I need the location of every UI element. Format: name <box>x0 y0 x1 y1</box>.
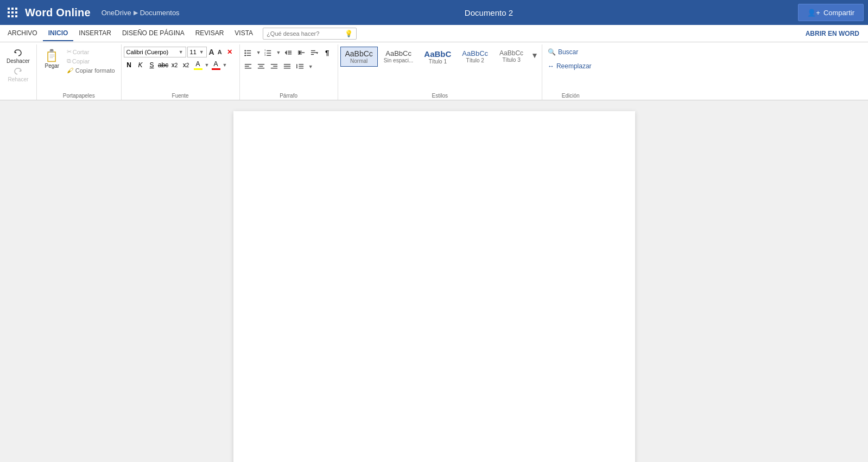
document-area <box>0 100 868 462</box>
style-normal-label: Normal <box>350 58 368 64</box>
menu-revisar[interactable]: REVISAR <box>190 26 230 41</box>
strikethrough-button[interactable]: abc <box>158 60 169 70</box>
font-size-value: 11 <box>190 49 197 55</box>
superscript-button[interactable]: x2 <box>181 60 192 70</box>
format-paint-button[interactable]: 🖌 Copiar formato <box>65 66 117 75</box>
menu-inicio[interactable]: INICIO <box>43 26 74 41</box>
style-titulo2[interactable]: AaBbCc Título 2 <box>457 47 493 66</box>
redo-button[interactable]: Rehacer <box>4 66 32 84</box>
menu-vista[interactable]: VISTA <box>229 26 258 41</box>
svg-rect-12 <box>48 53 55 61</box>
highlight-button[interactable]: A <box>192 60 204 70</box>
svg-rect-7 <box>11 15 14 17</box>
group-paragraph: ▼ 1.2.3. ▼ ¶ <box>240 44 338 100</box>
menubar: ARCHIVO INICIO INSERTAR DISEÑO DE PÁGINA… <box>0 25 868 42</box>
buscar-button[interactable]: 🔍 Buscar <box>544 47 595 57</box>
bullet-list-button[interactable] <box>242 47 254 59</box>
font-color-button[interactable]: A <box>210 60 222 70</box>
font-grow-button[interactable]: A <box>208 47 216 57</box>
line-spacing-button[interactable] <box>294 61 306 73</box>
paste-button[interactable]: Pegar <box>41 47 63 70</box>
menu-insertar[interactable]: INSERTAR <box>73 26 117 41</box>
subscript-button[interactable]: x2 <box>169 60 180 70</box>
line-spacing-chevron[interactable]: ▼ <box>308 64 313 69</box>
search-box: 💡 <box>263 28 357 40</box>
align-justify-button[interactable] <box>281 61 293 73</box>
svg-rect-2 <box>15 8 17 10</box>
sort-button[interactable] <box>308 47 320 59</box>
align-left-button[interactable] <box>242 61 254 73</box>
clear-format-button[interactable]: ✕ <box>224 47 235 57</box>
share-label: Compartir <box>823 9 854 17</box>
breadcrumb: OneDrive ▶ Documentos <box>102 9 180 17</box>
svg-rect-1 <box>11 8 14 10</box>
copy-button[interactable]: ⧉ Copiar <box>65 57 117 65</box>
waffle-icon[interactable] <box>4 4 21 21</box>
highlight-chevron[interactable]: ▼ <box>205 62 210 68</box>
style-normal[interactable]: AaBbCc Normal <box>340 47 378 67</box>
style-sin-espacio[interactable]: AaBbCc Sin espaci... <box>379 47 418 66</box>
svg-rect-4 <box>11 11 14 14</box>
style-titulo1[interactable]: AaBbC Título 1 <box>419 47 456 67</box>
align-center-button[interactable] <box>255 61 267 73</box>
svg-point-20 <box>244 53 246 54</box>
menu-diseno[interactable]: DISEÑO DE PÁGINA <box>117 26 190 41</box>
breadcrumb-sep: ▶ <box>134 9 138 16</box>
svg-point-22 <box>244 55 246 56</box>
search-icon: 🔍 <box>548 48 556 56</box>
format-paint-label: Copiar formato <box>75 67 115 74</box>
breadcrumb-drive[interactable]: OneDrive <box>102 9 131 17</box>
underline-button[interactable]: S <box>147 60 157 70</box>
breadcrumb-folder[interactable]: Documentos <box>140 9 180 17</box>
document-page[interactable] <box>233 111 635 462</box>
cut-button[interactable]: ✂ Cortar <box>65 48 117 56</box>
reemplazar-button[interactable]: ↔ Reemplazar <box>544 61 595 72</box>
cut-label: Cortar <box>73 49 90 55</box>
group-styles: AaBbCc Normal AaBbCc Sin espaci... AaBbC… <box>338 44 542 100</box>
font-size-chevron: ▼ <box>199 49 204 55</box>
font-size-selector[interactable]: 11 ▼ <box>187 47 207 57</box>
svg-rect-8 <box>15 15 17 17</box>
indent-decrease-button[interactable] <box>282 47 294 59</box>
copy-icon: ⧉ <box>67 57 71 65</box>
paste-label: Pegar <box>45 63 59 69</box>
align-right-button[interactable] <box>268 61 280 73</box>
group-clipboard: Pegar ✂ Cortar ⧉ Copiar 🖌 Copiar formato… <box>37 44 122 100</box>
bullet-chevron[interactable]: ▼ <box>256 50 261 55</box>
font-shrink-button[interactable]: A <box>217 48 223 56</box>
numbered-list-button[interactable]: 1.2.3. <box>262 47 274 59</box>
font-color-chevron[interactable]: ▼ <box>223 62 227 68</box>
group-undo: Deshacer Rehacer <box>0 44 37 100</box>
copy-label: Copiar <box>72 58 90 65</box>
styles-expand-button[interactable]: ▼ <box>530 50 540 61</box>
svg-point-18 <box>244 50 246 52</box>
styles-label: Estilos <box>338 93 542 99</box>
search-input[interactable] <box>267 30 343 37</box>
menu-archivo[interactable]: ARCHIVO <box>2 26 43 41</box>
bold-button[interactable]: N <box>124 60 135 70</box>
style-titulo3[interactable]: AaBbCc Título 3 <box>494 47 529 66</box>
numbered-chevron[interactable]: ▼ <box>276 50 281 55</box>
svg-rect-3 <box>8 11 10 14</box>
font-name-chevron: ▼ <box>179 49 183 55</box>
indent-increase-button[interactable] <box>295 47 307 59</box>
share-button[interactable]: 👤+ Compartir <box>798 4 864 21</box>
app-title: Word Online <box>25 7 91 19</box>
style-titulo2-preview: AaBbCc <box>462 49 488 57</box>
svg-marker-30 <box>284 50 287 55</box>
show-marks-button[interactable]: ¶ <box>321 47 333 59</box>
font-color-bar <box>212 68 220 70</box>
style-sin-espacio-label: Sin espaci... <box>384 57 413 63</box>
style-titulo3-preview: AaBbCc <box>499 49 523 57</box>
font-name-selector[interactable]: Calibri (Cuerpo) ▼ <box>124 47 186 57</box>
svg-rect-6 <box>8 15 10 17</box>
group-edicion: 🔍 Buscar ↔ Reemplazar Edición <box>542 44 599 100</box>
italic-button[interactable]: K <box>135 60 146 70</box>
redo-label: Rehacer <box>8 76 29 82</box>
open-word-button[interactable]: ABRIR EN WORD <box>799 28 866 40</box>
font-name-value: Calibri (Cuerpo) <box>126 49 169 55</box>
style-titulo3-label: Título 3 <box>502 57 520 63</box>
undo-button[interactable]: Deshacer <box>4 48 32 65</box>
undo-label: Deshacer <box>7 58 30 64</box>
scissors-icon: ✂ <box>67 48 72 55</box>
